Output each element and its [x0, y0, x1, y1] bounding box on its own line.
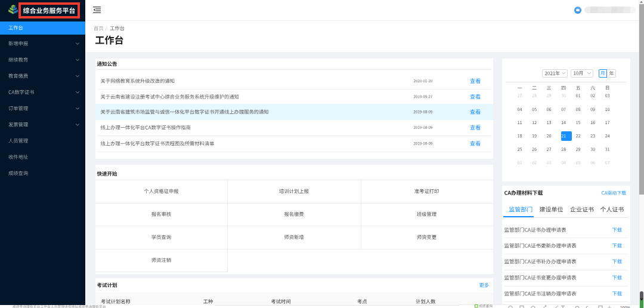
svg-text:100%: 100%	[620, 306, 630, 308]
